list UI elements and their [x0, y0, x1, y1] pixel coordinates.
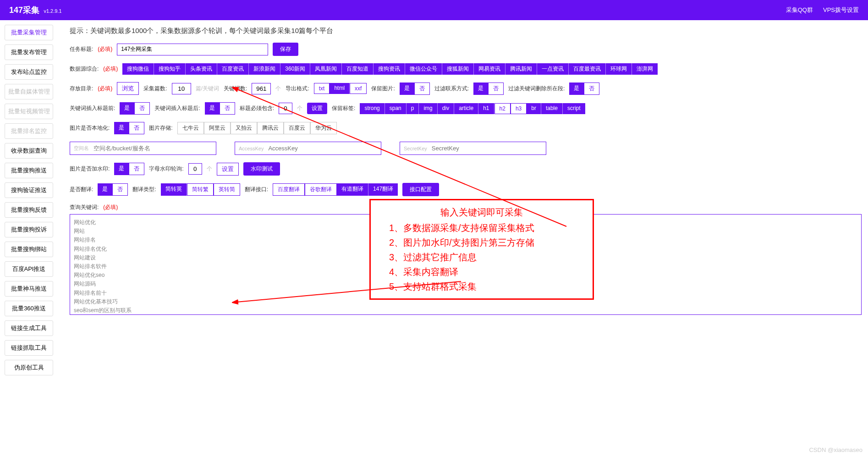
trans-toggle[interactable]: 是否: [98, 183, 128, 196]
keeptags-tag[interactable]: h3: [511, 103, 527, 114]
sources-tag[interactable]: 微信公众号: [405, 63, 442, 75]
sources-tag[interactable]: 网易资讯: [474, 63, 505, 75]
format-tag[interactable]: html: [330, 83, 350, 94]
rotate-set-button[interactable]: 设置: [217, 163, 239, 176]
qq-link[interactable]: 采集QQ群: [786, 6, 813, 14]
filter-contact-toggle[interactable]: 是否: [473, 83, 504, 95]
sources-tag[interactable]: 360新闻: [280, 63, 310, 75]
keeptags-tag[interactable]: strong: [360, 103, 385, 114]
provider-tag[interactable]: 腾讯云: [257, 122, 284, 134]
sources-tag[interactable]: 新浪新闻: [249, 63, 280, 75]
sidebar-item-6[interactable]: 收录数据查询: [5, 143, 53, 159]
sources-tag[interactable]: 百度最资讯: [569, 63, 606, 75]
browse-button[interactable]: 浏览: [117, 82, 139, 95]
provider-tag[interactable]: 又拍云: [231, 122, 257, 134]
sources-tag[interactable]: 头条资讯: [186, 63, 217, 75]
space-label: 空间名: [74, 145, 89, 152]
provider-tag[interactable]: 百度云: [284, 122, 310, 134]
sidebar-item-7[interactable]: 批量搜狗推送: [5, 163, 53, 178]
transapis-tag[interactable]: 百度翻译: [273, 183, 305, 196]
api-config-button[interactable]: 接口配置: [402, 183, 439, 196]
kw-count-label: 关键词数:: [224, 85, 247, 93]
before-toggle[interactable]: 是否: [120, 102, 150, 115]
filter-kw-toggle[interactable]: 是否: [569, 83, 599, 95]
query-required: (必填): [103, 204, 118, 211]
trans-type-tags: 简转英简转繁英转简: [161, 183, 240, 196]
sk-input[interactable]: [432, 145, 542, 152]
sidebar-item-11[interactable]: 批量搜狗绑站: [5, 242, 53, 257]
keeptags-tag[interactable]: script: [563, 103, 585, 114]
ak-input[interactable]: [268, 145, 377, 152]
sources-tag[interactable]: 凤凰新闻: [310, 63, 342, 75]
save-button[interactable]: 保存: [273, 43, 298, 56]
keep-img-label: 保留图片:: [371, 85, 395, 93]
vps-link[interactable]: VPS拨号设置: [823, 6, 859, 14]
kw-count-input[interactable]: [252, 83, 271, 94]
sidebar-item-4[interactable]: 批量短视频管理: [5, 104, 53, 119]
keeptags-tag[interactable]: table: [541, 103, 563, 114]
trans-type-tag[interactable]: 简转繁: [187, 183, 214, 196]
keeptags-tag[interactable]: br: [527, 103, 541, 114]
rotate-input[interactable]: [188, 163, 202, 175]
kw-unit: 个: [275, 85, 281, 93]
sidebar-item-2[interactable]: 发布站点监控: [5, 64, 53, 80]
img-local-toggle[interactable]: 是否: [114, 122, 144, 134]
filter-kw-label: 过滤关键词删除所在段:: [508, 85, 565, 93]
trans-type-tag[interactable]: 英转简: [214, 183, 240, 196]
keeptags-tag[interactable]: p: [407, 103, 419, 114]
transapis-tag[interactable]: 有道翻译: [337, 183, 368, 196]
sidebar-item-10[interactable]: 批量搜狗投诉: [5, 222, 53, 237]
sidebar-item-14[interactable]: 批量360推送: [5, 301, 53, 316]
task-title-input[interactable]: [117, 44, 268, 55]
sidebar-item-12[interactable]: 百度API推送: [5, 261, 53, 277]
wm-test-button[interactable]: 水印测试: [243, 162, 280, 176]
transapis-tag[interactable]: 谷歌翻译: [305, 183, 337, 196]
provider-tag[interactable]: 阿里云: [204, 122, 231, 134]
provider-tag[interactable]: 华为云: [310, 122, 337, 134]
format-tag[interactable]: txt: [314, 83, 330, 94]
keeptags-tag[interactable]: div: [438, 103, 454, 114]
sidebar-item-16[interactable]: 链接抓取工具: [5, 340, 53, 356]
sources-tag[interactable]: 搜狗微信: [122, 63, 154, 75]
sources-tag[interactable]: 搜狐新闻: [442, 63, 474, 75]
sources-tag[interactable]: 搜狗知乎: [154, 63, 186, 75]
sources-tag[interactable]: 环球网: [606, 63, 632, 75]
ak-input-wrap: AccessKey: [235, 142, 381, 155]
keeptags-tag[interactable]: h2: [494, 103, 511, 114]
sidebar-item-0[interactable]: 批量采集管理: [5, 25, 53, 40]
space-input[interactable]: [93, 145, 212, 152]
sidebar-item-9[interactable]: 批量搜狗反馈: [5, 202, 53, 218]
sidebar-item-8[interactable]: 搜狗验证推送: [5, 182, 53, 198]
keeptags-tag[interactable]: img: [419, 103, 437, 114]
sidebar-item-17[interactable]: 伪原创工具: [5, 360, 53, 375]
sources-tag[interactable]: 一点资讯: [537, 63, 569, 75]
version-text: v1.2.9.1: [44, 8, 61, 14]
keeptags-tag[interactable]: h1: [478, 103, 494, 114]
sources-tag[interactable]: 澎湃网: [632, 63, 658, 75]
sk-input-wrap: SecretKey: [400, 142, 546, 155]
sources-tag[interactable]: 百度知道: [342, 63, 374, 75]
format-tag[interactable]: xxf: [350, 83, 367, 94]
keep-img-toggle[interactable]: 是否: [400, 83, 430, 95]
must-contain-input[interactable]: [279, 103, 292, 114]
sidebar-item-3[interactable]: 批量自媒体管理: [5, 84, 53, 99]
sidebar-item-15[interactable]: 链接生成工具: [5, 320, 53, 336]
title-text: 147采集: [9, 6, 39, 15]
sources-tag[interactable]: 搜狗资讯: [374, 63, 405, 75]
sources-tag[interactable]: 百度资讯: [217, 63, 249, 75]
transapis-tag[interactable]: 147翻译: [368, 183, 398, 196]
sidebar-item-13[interactable]: 批量神马推送: [5, 281, 53, 297]
sources-tag[interactable]: 腾讯新闻: [505, 63, 537, 75]
keeptags-tag[interactable]: span: [385, 103, 407, 114]
keeptags-tag[interactable]: article: [454, 103, 478, 114]
wm-toggle[interactable]: 是否: [114, 163, 144, 175]
after-toggle[interactable]: 是否: [205, 102, 235, 115]
provider-tag[interactable]: 七牛云: [177, 122, 204, 134]
mc-set-button[interactable]: 设置: [307, 103, 327, 114]
sidebar-item-1[interactable]: 批量发布管理: [5, 44, 53, 60]
trans-type-tag[interactable]: 简转英: [161, 183, 187, 196]
count-input[interactable]: [172, 83, 191, 94]
watermark-row: 图片是否加水印: 是否 字母水印轮询: 个 设置 水印测试: [70, 162, 862, 176]
sidebar-item-5[interactable]: 批量排名监控: [5, 123, 53, 139]
dir-required: (必填): [98, 85, 112, 93]
